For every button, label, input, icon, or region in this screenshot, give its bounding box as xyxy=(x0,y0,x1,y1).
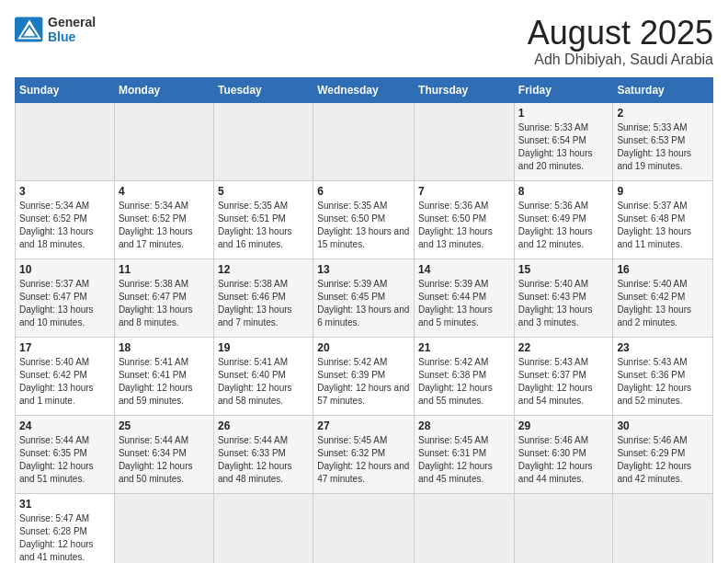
calendar-cell: 9Sunrise: 5:37 AM Sunset: 6:48 PM Daylig… xyxy=(613,180,713,259)
day-info: Sunrise: 5:35 AM Sunset: 6:51 PM Dayligh… xyxy=(218,200,309,251)
calendar-week-2: 3Sunrise: 5:34 AM Sunset: 6:52 PM Daylig… xyxy=(16,180,713,259)
calendar-cell xyxy=(313,493,415,563)
weekday-header-saturday: Saturday xyxy=(613,77,713,102)
day-info: Sunrise: 5:40 AM Sunset: 6:43 PM Dayligh… xyxy=(518,278,609,329)
day-number: 27 xyxy=(317,419,410,432)
logo-icon xyxy=(15,17,44,42)
day-info: Sunrise: 5:44 AM Sunset: 6:34 PM Dayligh… xyxy=(119,434,210,486)
calendar-cell: 30Sunrise: 5:46 AM Sunset: 6:29 PM Dayli… xyxy=(613,415,713,493)
day-info: Sunrise: 5:37 AM Sunset: 6:47 PM Dayligh… xyxy=(19,278,110,329)
day-number: 15 xyxy=(518,263,609,276)
day-number: 21 xyxy=(418,341,510,354)
day-info: Sunrise: 5:34 AM Sunset: 6:52 PM Dayligh… xyxy=(19,200,110,251)
calendar-cell xyxy=(613,493,713,563)
calendar-cell: 1Sunrise: 5:33 AM Sunset: 6:54 PM Daylig… xyxy=(514,102,613,180)
calendar-cell: 19Sunrise: 5:41 AM Sunset: 6:40 PM Dayli… xyxy=(213,337,313,415)
day-info: Sunrise: 5:39 AM Sunset: 6:44 PM Dayligh… xyxy=(418,278,510,329)
day-number: 26 xyxy=(218,419,309,432)
day-number: 2 xyxy=(617,107,709,120)
day-number: 13 xyxy=(317,263,410,276)
day-number: 9 xyxy=(617,185,709,198)
day-info: Sunrise: 5:36 AM Sunset: 6:49 PM Dayligh… xyxy=(518,200,609,251)
calendar-cell: 4Sunrise: 5:34 AM Sunset: 6:52 PM Daylig… xyxy=(114,180,213,259)
calendar-cell: 14Sunrise: 5:39 AM Sunset: 6:44 PM Dayli… xyxy=(415,259,515,337)
calendar-cell: 15Sunrise: 5:40 AM Sunset: 6:43 PM Dayli… xyxy=(514,259,613,337)
calendar-cell: 2Sunrise: 5:33 AM Sunset: 6:53 PM Daylig… xyxy=(613,102,713,180)
day-number: 20 xyxy=(317,341,410,354)
calendar-cell xyxy=(313,102,415,180)
day-info: Sunrise: 5:41 AM Sunset: 6:40 PM Dayligh… xyxy=(218,356,309,408)
calendar-cell: 18Sunrise: 5:41 AM Sunset: 6:41 PM Dayli… xyxy=(114,337,213,415)
calendar-cell xyxy=(415,493,515,563)
calendar-cell: 28Sunrise: 5:45 AM Sunset: 6:31 PM Dayli… xyxy=(415,415,515,493)
day-number: 28 xyxy=(418,419,510,432)
calendar-cell: 29Sunrise: 5:46 AM Sunset: 6:30 PM Dayli… xyxy=(514,415,613,493)
day-number: 17 xyxy=(19,341,110,354)
day-info: Sunrise: 5:44 AM Sunset: 6:33 PM Dayligh… xyxy=(218,434,309,486)
day-info: Sunrise: 5:44 AM Sunset: 6:35 PM Dayligh… xyxy=(19,434,110,486)
calendar-cell: 22Sunrise: 5:43 AM Sunset: 6:37 PM Dayli… xyxy=(514,337,613,415)
day-info: Sunrise: 5:45 AM Sunset: 6:31 PM Dayligh… xyxy=(418,434,510,486)
weekday-header-sunday: Sunday xyxy=(16,77,115,102)
day-info: Sunrise: 5:33 AM Sunset: 6:53 PM Dayligh… xyxy=(617,121,709,173)
day-info: Sunrise: 5:38 AM Sunset: 6:46 PM Dayligh… xyxy=(218,278,309,329)
calendar-week-6: 31Sunrise: 5:47 AM Sunset: 6:28 PM Dayli… xyxy=(16,493,713,563)
calendar-cell: 11Sunrise: 5:38 AM Sunset: 6:47 PM Dayli… xyxy=(114,259,213,337)
calendar-cell: 12Sunrise: 5:38 AM Sunset: 6:46 PM Dayli… xyxy=(213,259,313,337)
calendar-cell xyxy=(114,102,213,180)
day-number: 7 xyxy=(418,185,510,198)
day-number: 4 xyxy=(119,185,210,198)
calendar-cell: 10Sunrise: 5:37 AM Sunset: 6:47 PM Dayli… xyxy=(16,259,115,337)
day-number: 10 xyxy=(19,263,110,276)
day-number: 19 xyxy=(218,341,309,354)
day-info: Sunrise: 5:47 AM Sunset: 6:28 PM Dayligh… xyxy=(19,512,110,563)
weekday-header-friday: Friday xyxy=(514,77,613,102)
day-number: 29 xyxy=(518,419,609,432)
calendar-table: SundayMondayTuesdayWednesdayThursdayFrid… xyxy=(15,77,713,563)
calendar-cell: 23Sunrise: 5:43 AM Sunset: 6:36 PM Dayli… xyxy=(613,337,713,415)
calendar-cell: 8Sunrise: 5:36 AM Sunset: 6:49 PM Daylig… xyxy=(514,180,613,259)
day-info: Sunrise: 5:34 AM Sunset: 6:52 PM Dayligh… xyxy=(119,200,210,251)
calendar-cell: 16Sunrise: 5:40 AM Sunset: 6:42 PM Dayli… xyxy=(613,259,713,337)
day-info: Sunrise: 5:46 AM Sunset: 6:30 PM Dayligh… xyxy=(518,434,609,486)
day-number: 3 xyxy=(19,185,110,198)
calendar-cell xyxy=(213,102,313,180)
day-number: 25 xyxy=(119,419,210,432)
weekday-header-row: SundayMondayTuesdayWednesdayThursdayFrid… xyxy=(16,77,713,102)
calendar-cell: 13Sunrise: 5:39 AM Sunset: 6:45 PM Dayli… xyxy=(313,259,415,337)
day-info: Sunrise: 5:41 AM Sunset: 6:41 PM Dayligh… xyxy=(119,356,210,408)
calendar-cell xyxy=(213,493,313,563)
day-number: 31 xyxy=(19,498,110,511)
day-info: Sunrise: 5:40 AM Sunset: 6:42 PM Dayligh… xyxy=(617,278,709,329)
day-number: 12 xyxy=(218,263,309,276)
day-number: 5 xyxy=(218,185,309,198)
day-number: 24 xyxy=(19,419,110,432)
day-number: 16 xyxy=(617,263,709,276)
calendar-cell xyxy=(114,493,213,563)
calendar-cell xyxy=(16,102,115,180)
calendar-cell xyxy=(514,493,613,563)
location-title: Adh Dhibiyah, Saudi Arabia xyxy=(528,52,713,68)
calendar-cell: 31Sunrise: 5:47 AM Sunset: 6:28 PM Dayli… xyxy=(16,493,115,563)
calendar-cell: 3Sunrise: 5:34 AM Sunset: 6:52 PM Daylig… xyxy=(16,180,115,259)
calendar-cell xyxy=(415,102,515,180)
day-info: Sunrise: 5:37 AM Sunset: 6:48 PM Dayligh… xyxy=(617,200,709,251)
calendar-week-1: 1Sunrise: 5:33 AM Sunset: 6:54 PM Daylig… xyxy=(16,102,713,180)
day-info: Sunrise: 5:42 AM Sunset: 6:39 PM Dayligh… xyxy=(317,356,410,408)
day-number: 22 xyxy=(518,341,609,354)
calendar-cell: 20Sunrise: 5:42 AM Sunset: 6:39 PM Dayli… xyxy=(313,337,415,415)
day-number: 23 xyxy=(617,341,709,354)
logo-text: General Blue xyxy=(48,15,96,44)
day-number: 30 xyxy=(617,419,709,432)
weekday-header-wednesday: Wednesday xyxy=(313,77,415,102)
day-info: Sunrise: 5:45 AM Sunset: 6:32 PM Dayligh… xyxy=(317,434,410,486)
day-info: Sunrise: 5:42 AM Sunset: 6:38 PM Dayligh… xyxy=(418,356,510,408)
day-info: Sunrise: 5:40 AM Sunset: 6:42 PM Dayligh… xyxy=(19,356,110,408)
day-number: 6 xyxy=(317,185,410,198)
day-number: 8 xyxy=(518,185,609,198)
day-info: Sunrise: 5:46 AM Sunset: 6:29 PM Dayligh… xyxy=(617,434,709,486)
calendar-week-4: 17Sunrise: 5:40 AM Sunset: 6:42 PM Dayli… xyxy=(16,337,713,415)
weekday-header-tuesday: Tuesday xyxy=(213,77,313,102)
calendar-cell: 5Sunrise: 5:35 AM Sunset: 6:51 PM Daylig… xyxy=(213,180,313,259)
day-info: Sunrise: 5:39 AM Sunset: 6:45 PM Dayligh… xyxy=(317,278,410,329)
